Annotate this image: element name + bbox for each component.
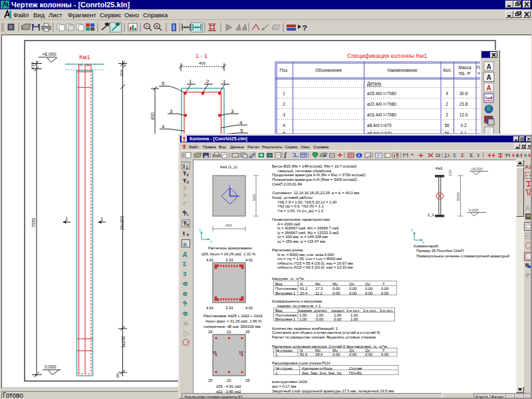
svg-text:20.4: 20.4 [300, 291, 308, 295]
svg-text:Обозначение: Обозначение [315, 68, 342, 72]
svg-text:": " [187, 188, 189, 192]
svg-text:Расчетное армирование:: Расчетное армирование: [208, 246, 253, 250]
svg-text:Наименование: Наименование [387, 68, 417, 72]
svg-text:Масса: Масса [458, 65, 471, 70]
svg-text:0.00: 0.00 [365, 287, 373, 291]
svg-text:Расчет по раскрытию трещин. В: Расчет по раскрытию трещин. Выделять угл… [272, 335, 376, 339]
svg-text:As: As [525, 164, 532, 170]
svg-text:3.33: 3.33 [225, 306, 233, 310]
svg-text:400: 400 [199, 61, 206, 65]
svg-text:Сортамент: 12,14,16,18,20,22,: Сортамент: 12,14,16,18,20,22,25; a = a' … [272, 191, 359, 195]
svg-text:1: 1 [65, 216, 68, 222]
svg-text:3: 3 [231, 108, 234, 114]
svg-text:№ строки: № строки [275, 366, 293, 370]
svg-text:4: 4 [283, 123, 285, 128]
svg-text:Вид: Вид [275, 309, 283, 313]
svg-text:3: 3 [283, 112, 285, 117]
svg-text:СНиП 2.03.01-84: СНиП 2.03.01-84 [272, 182, 303, 186]
svg-text:Поз.: Поз. [280, 68, 289, 72]
svg-text:Сочетания для общего случая ра: Сочетания для общего случая расчета (слу… [272, 331, 380, 334]
svg-text:25: 25 [208, 378, 213, 382]
svg-text:k: k [516, 153, 520, 158]
svg-text:Расшифровка строк списка РСН: Расшифровка строк списка РСН [272, 361, 330, 365]
svg-text:yс = 250 мм, iy = 115.47 мм: yс = 250 мм, iy = 115.47 мм [277, 239, 325, 243]
svg-text:Ф: Ф [183, 311, 188, 317]
svg-text:1.00: 1.00 [350, 317, 358, 321]
svg-text:23.8: 23.8 [460, 102, 468, 106]
svg-text:Коэф. условий работы:: Коэф. условий работы: [272, 196, 314, 200]
svg-text:1_1: 1_1 [428, 213, 434, 217]
svg-text:2: 2 [283, 102, 285, 106]
svg-text:Ⴕ: Ⴕ [183, 300, 187, 307]
svg-text:81.6: 81.6 [300, 352, 308, 356]
svg-text:0.00: 0.00 [381, 352, 389, 356]
svg-text:3x200: 3x200 [121, 336, 126, 348]
svg-text:Бетон B25 (Rb = 148 кгс/см2,: Бетон B25 (Rb = 148 кгс/см2, Rbt = 10.7 … [272, 164, 356, 168]
svg-text:1: 1 [223, 78, 226, 84]
svg-text:поперечные: d8 шаг 300/200 м: поперечные: d8 шаг 300/200 мм [203, 325, 261, 329]
svg-text:ø8 AIII l=470: ø8 AIII l=470 [367, 123, 392, 128]
svg-text:1.00: 1.00 [350, 313, 358, 317]
svg-text:12.6: 12.6 [460, 112, 468, 117]
svg-text:Поперечная арматура A-III (R: Поперечная арматура A-III (Rsw = 3000 кг… [272, 178, 357, 182]
svg-text:H эт. = 8000 мм, отм. низа: H эт. = 8000 мм, отм. низа 0.000 [277, 253, 334, 257]
svg-text:4.91: 4.91 [206, 306, 214, 310]
svg-text:Υi: Υi [505, 153, 510, 158]
svg-text:50: 50 [116, 373, 120, 378]
svg-text:61.2: 61.2 [300, 287, 308, 291]
svg-text:Iy = 266667 см4, Wy = 13333.: Iy = 266667 см4, Wy = 13333.3 см3 [277, 231, 339, 235]
svg-text:Σ: Σ [469, 153, 473, 158]
svg-text:I: I [477, 153, 479, 158]
svg-text:ʃ: ʃ [283, 152, 287, 158]
svg-text:0.00: 0.00 [381, 287, 389, 291]
svg-text:Количество заданных комбинаций: Количество заданных комбинаций: 1 [272, 327, 338, 331]
svg-text:1: 1 [275, 352, 278, 356]
svg-text:ø16 AIII l=7980: ø16 AIII l=7980 [367, 112, 396, 117]
svg-text:Qy: Qy [365, 282, 370, 286]
svg-text:28.6: 28.6 [315, 352, 323, 356]
svg-text:2: 2 [446, 102, 448, 106]
svg-text:ŧ: ŧ [183, 230, 185, 237]
svg-text:1 - 1: 1 - 1 [196, 53, 207, 59]
svg-text:0.00: 0.00 [334, 317, 342, 321]
svg-text:0.00: 0.00 [349, 291, 357, 295]
svg-text:надежн.: надежн. [299, 309, 313, 313]
svg-text:Yb2 (а) = 0.9, Yb2 (б) = 1.1: Yb2 (а) = 0.9, Yb2 (б) = 1.1 [277, 204, 324, 208]
svg-text:5: 5 [240, 128, 243, 134]
svg-text:4.91: 4.91 [245, 306, 253, 310]
svg-text:Прямоугольное сечение с симмет: Прямоугольное сечение с симметричной арм… [416, 254, 509, 258]
svg-text:4.91: 4.91 [206, 258, 214, 262]
svg-text:1: 1 [100, 216, 104, 222]
svg-text:0.00: 0.00 [349, 287, 357, 291]
svg-text:A: A [525, 205, 530, 211]
svg-text:гибкость XOZ = 69.3 (20.0),: гибкость XOZ = 69.3 (20.0), eax = 13.33 … [277, 265, 352, 269]
svg-text:б: б [187, 233, 190, 237]
svg-text:mx = my = 1.00, Lox = Loy =: mx = my = 1.00, Lox = Loy = 8000 мм [277, 257, 342, 261]
svg-text:25: 25 [245, 378, 250, 382]
svg-text:22: 22 [227, 378, 231, 382]
svg-text:конструктивно 2d16: конструктивно 2d16 [272, 380, 308, 384]
svg-text:3-е соч.: 3-е соч. [380, 309, 394, 313]
svg-text:1.00: 1.00 [316, 313, 324, 317]
svg-text:Критерии отбора: Критерии отбора [302, 366, 332, 370]
svg-text:i: i [358, 153, 360, 158]
svg-text:Продольная арматура A-III (R: Продольная арматура A-III (Rs = Rsc = 37… [272, 173, 366, 177]
svg-text:150: 150 [448, 170, 452, 176]
svg-text:Qx: Qx [349, 282, 354, 286]
svg-text:Пример 25 Пособия СНиП: Пример 25 Пособия СНиП [416, 249, 464, 253]
svg-text:Постоянная: Постоянная [275, 287, 297, 291]
svg-text:Mx: Mx [315, 282, 321, 286]
svg-text:Asum факт. = 31.26 см2, 1.56: Asum факт. = 31.26 см2, 1.56 % [205, 319, 262, 323]
svg-text:25: 25 [245, 330, 250, 334]
svg-text:Км1: Км1 [79, 54, 90, 61]
svg-text:1: 1 [275, 371, 278, 375]
svg-text:Σ: Σ [461, 153, 465, 158]
svg-text:I: I [184, 163, 185, 170]
svg-text:тяжелый, тепловая обработка: тяжелый, тепловая обработка [277, 169, 332, 173]
svg-text:гибкость YOZ = 55.4 (16.0),: гибкость YOZ = 55.4 (16.0), eay = 16.67 … [277, 261, 352, 265]
svg-text:Ветровая 1: Ветровая 1 [275, 317, 296, 321]
svg-text:3: 3 [187, 180, 190, 184]
svg-text:0.2: 0.2 [460, 123, 466, 128]
svg-text:0.000: 0.000 [45, 364, 57, 369]
svg-text:✛: ✛ [337, 152, 343, 158]
